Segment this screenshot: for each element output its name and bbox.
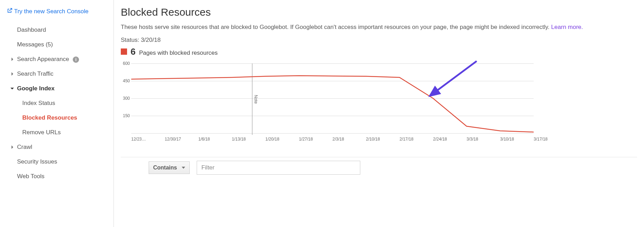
sidebar-item-label: Messages (5) (17, 41, 53, 48)
sidebar: Try the new Search Console Dashboard Mes… (0, 0, 114, 227)
nav: Dashboard Messages (5) Search Appearance… (0, 23, 113, 184)
filter-input[interactable] (197, 161, 360, 175)
main-content: Blocked Resources These hosts serve site… (114, 0, 644, 227)
sidebar-item-blocked-resources[interactable]: Blocked Resources (0, 111, 113, 125)
sidebar-item-search-appearance[interactable]: Search Appearance i (0, 52, 113, 67)
try-new-console-link[interactable]: Try the new Search Console (0, 5, 113, 18)
sidebar-item-remove-urls[interactable]: Remove URLs (0, 125, 113, 140)
chart: 15030045060012/23…12/30/171/6/181/13/181… (119, 63, 534, 144)
sidebar-item-label: Security Issues (17, 158, 57, 165)
sidebar-item-google-index[interactable]: Google Index (0, 81, 113, 96)
external-link-icon (7, 8, 13, 13)
sidebar-item-search-traffic[interactable]: Search Traffic (0, 67, 113, 81)
chart-plot (131, 63, 534, 135)
chart-xtick-label: 2/17/18 (400, 137, 414, 142)
chart-legend: 6 Pages with blocked resources (121, 46, 637, 57)
sidebar-item-label: Search Traffic (17, 70, 54, 77)
filter-match-button[interactable]: Contains (149, 161, 190, 174)
page-description: These hosts serve site resources that ar… (121, 23, 637, 32)
filter-bar: Contains (121, 157, 637, 180)
sidebar-item-label: Google Index (17, 85, 55, 92)
status-line: Status: 3/20/18 (121, 37, 637, 44)
sidebar-item-index-status[interactable]: Index Status (0, 96, 113, 111)
sidebar-item-label: Index Status (22, 100, 55, 106)
legend-label: Pages with blocked resources (139, 50, 218, 56)
description-text: These hosts serve site resources that ar… (121, 24, 551, 30)
chart-xtick-label: 2/24/18 (433, 137, 447, 142)
chart-xtick-label: 3/10/18 (500, 137, 514, 142)
chart-xtick-label: 3/3/18 (466, 137, 478, 142)
chart-series-line (131, 76, 534, 132)
chevron-down-icon (182, 167, 185, 169)
info-icon: i (73, 56, 79, 63)
chart-xtick-label: 1/13/18 (232, 137, 246, 142)
page-title: Blocked Resources (121, 6, 637, 18)
filter-match-label: Contains (153, 165, 177, 171)
status-label: Status: (121, 37, 141, 43)
sidebar-item-label: Search Appearance (17, 56, 69, 62)
chart-ytick-label: 150 (119, 113, 130, 118)
chart-ytick-label: 300 (119, 96, 130, 101)
chart-xtick-label: 1/20/18 (265, 137, 279, 142)
sidebar-item-label: Remove URLs (22, 129, 61, 136)
chart-ytick-label: 450 (119, 78, 130, 83)
chart-xtick-label: 12/23… (131, 137, 146, 142)
legend-count: 6 (131, 46, 135, 57)
sidebar-item-crawl[interactable]: Crawl (0, 140, 113, 154)
sidebar-item-label: Blocked Resources (22, 114, 77, 121)
sidebar-item-label: Crawl (17, 144, 32, 150)
chart-xtick-label: 2/3/18 (332, 137, 344, 142)
chart-xtick-label: 2/10/18 (366, 137, 380, 142)
legend-swatch (121, 48, 127, 55)
sidebar-item-dashboard[interactable]: Dashboard (0, 23, 113, 37)
try-new-console-label: Try the new Search Console (14, 8, 88, 15)
learn-more-link[interactable]: Learn more. (551, 24, 583, 30)
sidebar-item-messages[interactable]: Messages (5) (0, 37, 113, 52)
chart-xtick-label: 3/17/18 (534, 137, 548, 142)
chart-x-axis: 12/23…12/30/171/6/181/13/181/20/181/27/1… (131, 137, 534, 144)
chart-ytick-label: 600 (119, 61, 130, 66)
chart-xtick-label: 1/27/18 (299, 137, 313, 142)
sidebar-item-security-issues[interactable]: Security Issues (0, 154, 113, 169)
sidebar-item-label: Dashboard (17, 27, 46, 33)
sidebar-item-web-tools[interactable]: Web Tools (0, 169, 113, 184)
chart-xtick-label: 12/30/17 (165, 137, 181, 142)
status-date: 3/20/18 (141, 37, 161, 43)
sidebar-item-label: Web Tools (17, 173, 45, 180)
chart-xtick-label: 1/6/18 (198, 137, 210, 142)
